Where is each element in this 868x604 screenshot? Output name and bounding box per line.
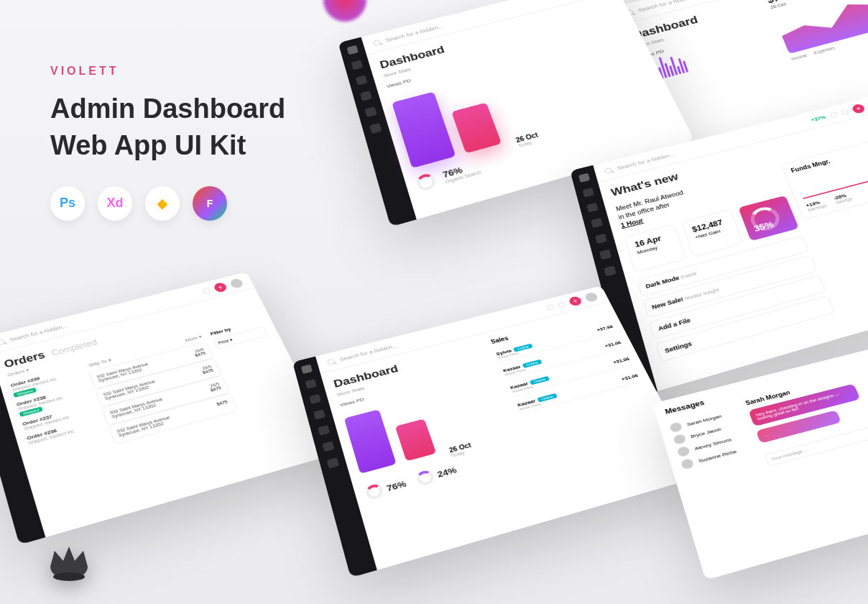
crown-icon xyxy=(43,538,95,582)
notif-icon[interactable] xyxy=(841,109,849,115)
xd-icon: Xd xyxy=(98,186,132,221)
nav-icon[interactable] xyxy=(365,106,377,117)
headline-line2: Web App UI Kit xyxy=(50,127,285,164)
avatar[interactable] xyxy=(583,291,599,303)
search-icon[interactable] xyxy=(604,167,613,173)
search-icon[interactable] xyxy=(372,39,381,46)
donut-icon xyxy=(415,469,435,487)
nav-icon[interactable] xyxy=(309,394,321,404)
add-button[interactable]: + xyxy=(213,281,228,293)
headline: Admin Dashboard Web App UI Kit xyxy=(50,91,285,165)
add-button[interactable]: + xyxy=(568,296,583,307)
nav-icon[interactable] xyxy=(347,45,359,55)
nav-icon[interactable] xyxy=(0,406,1,416)
nav-icon[interactable] xyxy=(301,365,313,375)
add-button[interactable]: + xyxy=(851,103,866,114)
bar-purple xyxy=(392,91,456,168)
nav-icon[interactable] xyxy=(356,76,368,86)
search-icon[interactable] xyxy=(327,358,336,365)
bar-pink xyxy=(451,103,502,154)
nav-icon[interactable] xyxy=(604,265,616,276)
nav-icon[interactable] xyxy=(305,379,316,389)
bar-purple xyxy=(344,409,397,474)
nav-icon[interactable] xyxy=(599,250,611,260)
hero: VIOLETT Admin Dashboard Web App UI Kit P… xyxy=(50,65,285,221)
nav-icon[interactable] xyxy=(360,91,372,101)
brand-label: VIOLETT xyxy=(50,65,285,78)
photoshop-icon: Ps xyxy=(50,186,85,221)
nav-icon[interactable] xyxy=(591,218,603,228)
nav-icon[interactable] xyxy=(313,409,326,419)
nav-icon[interactable] xyxy=(318,425,330,436)
more-dropdown[interactable]: More ▾ xyxy=(185,334,203,343)
headline-line1: Admin Dashboard xyxy=(50,91,285,127)
header-button[interactable] xyxy=(202,288,211,294)
contacts-list: Sarah MorganBryce JacobAlexey SimonsSuza… xyxy=(669,407,760,488)
mock-orders: Search for a hidden... + Orders Complete… xyxy=(0,272,339,545)
featured-card[interactable]: 35% xyxy=(737,195,800,242)
donut-icon xyxy=(364,482,384,500)
nav-icon[interactable] xyxy=(586,203,598,213)
date-card[interactable]: 16 Apr Monday xyxy=(624,224,686,273)
nav-icon[interactable] xyxy=(369,123,382,134)
header-button[interactable] xyxy=(546,304,555,311)
nav-icon[interactable] xyxy=(322,441,334,452)
avatar[interactable] xyxy=(228,278,244,289)
nav-icon[interactable] xyxy=(583,188,594,198)
header-badge: +37% xyxy=(810,114,826,123)
header-button[interactable] xyxy=(829,111,838,118)
search-icon[interactable] xyxy=(0,339,5,346)
legend-income: Income xyxy=(790,53,808,61)
figma-icon: F xyxy=(193,186,227,221)
area-chart xyxy=(771,0,868,54)
pct2: 24% xyxy=(436,465,458,479)
legend-expense: Expenses xyxy=(813,45,836,55)
notif-icon[interactable] xyxy=(558,301,566,308)
nav-icon[interactable] xyxy=(578,173,590,183)
nav-icon[interactable] xyxy=(327,457,339,468)
nav-icon[interactable] xyxy=(351,60,364,70)
tool-badges: Ps Xd ◆ F xyxy=(50,186,285,221)
bar-pink xyxy=(395,418,437,461)
bar-chart xyxy=(390,75,502,168)
sketch-icon: ◆ xyxy=(145,186,180,221)
bar-chart xyxy=(343,397,437,474)
revenue-card[interactable]: $12,487 +Net Gain xyxy=(681,209,744,257)
nav-icon[interactable] xyxy=(595,234,607,244)
decorative-orb xyxy=(323,0,366,22)
pct1: 76% xyxy=(385,479,407,493)
svg-point-0 xyxy=(53,572,85,581)
